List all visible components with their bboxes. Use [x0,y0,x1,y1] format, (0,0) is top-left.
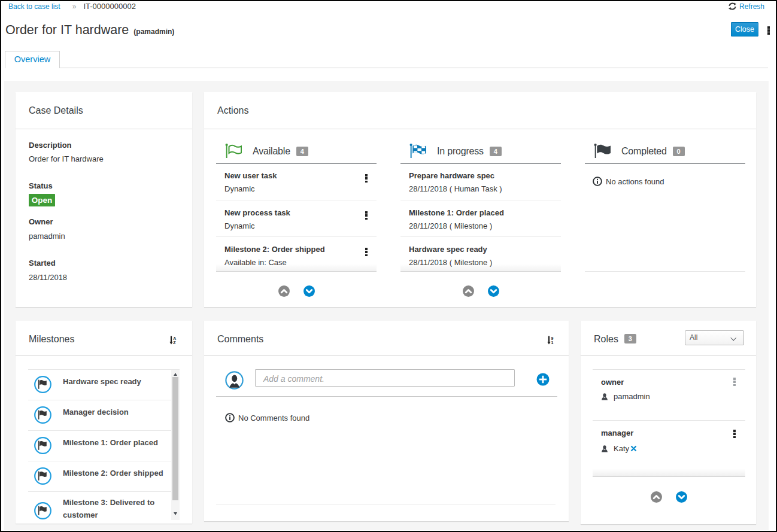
svg-text:1: 1 [551,341,554,345]
svg-text:9: 9 [551,336,554,341]
svg-text:A: A [173,336,176,341]
svg-text:Z: Z [173,341,176,345]
